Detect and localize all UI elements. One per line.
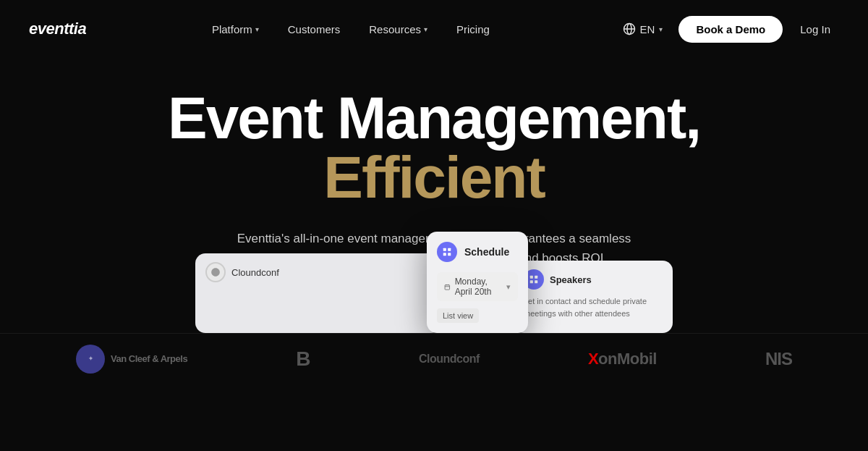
calendar-icon <box>444 282 451 292</box>
logo-b: B <box>296 347 310 371</box>
lang-chevron-icon: ▾ <box>659 25 663 33</box>
speakers-description: get in contact and schedule private meet… <box>524 295 663 319</box>
globe-icon <box>623 22 636 35</box>
van-cleef-badge: ✦ <box>76 345 105 374</box>
logo-cloundconf: Cloundconf <box>419 353 480 366</box>
log-in-link[interactable]: Log In <box>791 17 839 41</box>
svg-rect-7 <box>445 284 449 289</box>
nav-links: Platform ▾ Customers Resources ▾ Pricing <box>200 17 501 41</box>
schedule-card-title: Schedule <box>464 246 509 258</box>
svg-rect-6 <box>448 253 451 256</box>
schedule-icon <box>437 242 457 262</box>
nav-platform[interactable]: Platform ▾ <box>200 17 271 41</box>
cloundconf-label: Cloundconf <box>231 267 279 278</box>
date-dropdown-icon[interactable]: ▾ <box>506 282 511 292</box>
svg-rect-3 <box>443 248 446 251</box>
nav-right: EN ▾ Book a Demo Log In <box>616 16 839 43</box>
schedule-date: Monday, April 20th <box>455 277 502 297</box>
navbar: eventtia Platform ▾ Customers Resources … <box>0 0 868 58</box>
language-selector[interactable]: EN ▾ <box>616 18 671 40</box>
dashboard-preview: Cloundconf Schedule Monday, April 20th ▾… <box>181 232 687 333</box>
svg-rect-11 <box>530 276 533 279</box>
svg-rect-5 <box>443 253 446 256</box>
logo-nis: NIS <box>765 349 792 369</box>
van-cleef-label: Van Cleef & Arpels <box>111 353 187 364</box>
logo[interactable]: eventtia <box>29 20 86 38</box>
nav-customers[interactable]: Customers <box>276 17 352 41</box>
logo-van-cleef: ✦ Van Cleef & Arpels <box>76 345 187 374</box>
logo-b-text: B <box>296 347 310 371</box>
nav-pricing[interactable]: Pricing <box>445 17 501 41</box>
resources-chevron-icon: ▾ <box>424 25 427 33</box>
hero-title-accent: Efficient <box>168 146 700 208</box>
cloundconf-logo-text: Cloundconf <box>419 353 480 366</box>
cloundconf-card: Cloundconf <box>195 253 441 333</box>
speakers-card-title: Speakers <box>550 274 592 285</box>
logos-bar: ✦ Van Cleef & Arpels B Cloundconf XonMob… <box>0 333 868 384</box>
speakers-card: Speakers get in contact and schedule pri… <box>514 261 673 333</box>
nav-resources[interactable]: Resources ▾ <box>357 17 439 41</box>
exxon-logo-text: XonMobil <box>588 350 657 368</box>
platform-chevron-icon: ▾ <box>255 25 259 33</box>
logo-exxonmobil: XonMobil <box>588 350 657 368</box>
logo-text: eventtia <box>29 20 86 38</box>
svg-rect-12 <box>535 276 537 279</box>
list-view-btn[interactable]: List view <box>437 308 479 323</box>
lang-label: EN <box>640 23 655 35</box>
svg-rect-4 <box>448 248 451 251</box>
main-content: Event Management, Efficient Eventtia's a… <box>0 58 868 384</box>
nis-logo-text: NIS <box>765 349 792 369</box>
svg-rect-14 <box>535 280 537 283</box>
schedule-card: Schedule Monday, April 20th ▾ List view <box>427 232 528 333</box>
hero-title: Event Management, Efficient <box>168 87 700 208</box>
svg-rect-13 <box>530 280 533 283</box>
book-demo-button[interactable]: Book a Demo <box>678 16 783 43</box>
